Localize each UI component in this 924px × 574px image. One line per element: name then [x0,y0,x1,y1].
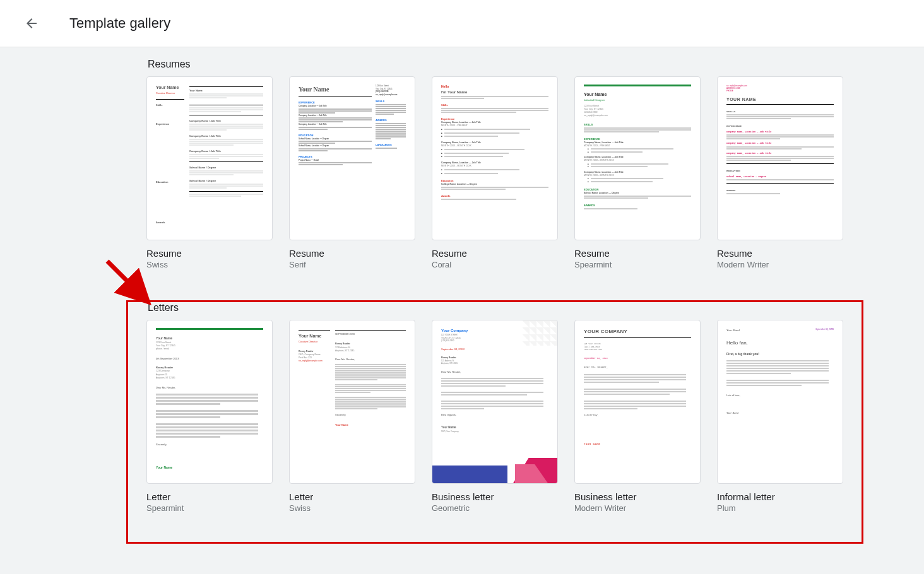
thumb-section: Skills [156,103,184,107]
template-letter-swiss[interactable]: Your Name Creative Director Ronny Reader… [289,320,415,513]
thumbnail: Your Band September 04, 20XX Hello fan, … [717,320,843,484]
t: Your Name [335,423,406,427]
thumb-section: Awards [156,221,184,225]
template-resume-modern-writer[interactable]: no_reply@example.com ADDRESS LINE PHONE … [717,76,843,269]
t: AWARDS [584,204,691,208]
template-subtitle: Serif [289,260,415,269]
t: School Name, Location — Degree [299,144,372,148]
arrow-left-icon [24,16,39,31]
thumbnail: Your Name Creative Director Skills Exper… [146,76,273,240]
template-subtitle: Geometric [432,503,558,513]
t: Company, Location — Job Title [299,114,372,117]
section-title-resumes: Resumes [146,47,798,76]
t: Company Name / Job Title [189,119,263,123]
t: Lots of love, [726,394,834,397]
t: Project Name — Detail [299,159,372,162]
t: Company, Location — Job Title [299,105,372,108]
t: Anytown, ST 12345 [156,377,263,380]
t: Company Name, Location — Job Title [726,131,834,134]
t: CEO, Your Company [441,430,548,433]
template-subtitle: Spearmint [574,260,701,269]
thumbnail: Hello I'm Your Name Skills Experience Co… [432,76,558,240]
thumb-name: Your Name [156,85,184,91]
template-title: Resume [717,248,843,259]
t: Sincerely, [335,413,406,417]
resumes-row: Your Name Creative Director Skills Exper… [146,76,798,269]
t: Industrial Designer [584,98,691,102]
t: Skills [441,103,548,107]
t: AWARDS [376,119,406,122]
template-letter-spearmint[interactable]: Your Name 123 Your Street Your City, ST … [146,320,273,513]
t: Company Name / Job Title [189,149,263,153]
t: Your Name [299,85,372,94]
thumb-section: Experience [156,122,184,126]
t: YOUR NAME [584,442,691,446]
template-subtitle: Spearmint [146,503,273,513]
t: SKILLS [376,100,406,103]
t: no_reply@example.com [376,93,406,97]
t: AWARDS [726,189,834,192]
template-subtitle: Modern Writer [574,503,701,513]
template-business-letter-geometric[interactable]: Your Company 123 YOUR STREET YOUR CITY, … [432,320,558,513]
t: School name, Location — Degree [726,175,834,179]
t: EXPERIENCE [726,124,834,128]
t: Your Band [726,328,740,333]
t: no_reply@example.com [584,114,691,117]
template-title: Resume [146,248,273,259]
t: Anytown, ST 12345 [441,362,548,365]
t: Company Name, Location — Job Title [726,152,834,155]
thumbnail: Your Name Creative Director Ronny Reader… [289,320,415,484]
t: SKILLS [726,110,834,114]
template-title: Letter [289,491,415,502]
t: Sincerely, [584,413,691,417]
t: Hello fan, [726,339,834,347]
thumb-role: Creative Director [156,91,184,95]
template-resume-coral[interactable]: Hello I'm Your Name Skills Experience Co… [432,76,558,269]
template-informal-letter-plum[interactable]: Your Band September 04, 20XX Hello fan, … [717,320,843,513]
t: School Name, Location — Degree [299,138,372,141]
thumbnail: Your Name EXPERIENCE Company, Location —… [289,76,415,240]
t: Your Name [189,89,263,93]
t: Your Name [156,336,263,341]
t: Hello [441,85,548,90]
t: College Name, Location — Degree [441,183,548,186]
thumbnail: Your Name Industrial Designer 123 Your S… [574,76,701,240]
t: EDUCATION [726,169,834,173]
template-resume-serif[interactable]: Your Name EXPERIENCE Company, Location —… [289,76,415,269]
section-title-letters: Letters [146,291,798,320]
template-title: Resume [574,248,701,259]
t: First, a big thank you! [726,352,834,357]
t: School Name / Degree [189,179,263,183]
thumbnail: Your Name 123 Your Street Your City, ST … [146,320,273,484]
template-title: Business letter [574,491,701,502]
thumbnail: no_reply@example.com ADDRESS LINE PHONE … [717,76,843,240]
t: YOUR COMPANY [584,328,691,338]
top-header: Template gallery [0,0,924,47]
template-business-letter-modern-writer[interactable]: YOUR COMPANY 123 Your Street (123) 456-7… [574,320,701,513]
t: Awards [441,194,548,198]
t: YOUR NAME [726,97,834,105]
t: September 04, 20XX [584,357,691,360]
thumb-section: Education [156,180,184,184]
template-resume-swiss[interactable]: Your Name Creative Director Skills Exper… [146,76,273,269]
t: Company Name / Job Title [189,134,263,138]
template-subtitle: Plum [717,503,843,513]
template-subtitle: Coral [432,260,558,269]
t: Company, Location — Job Title [299,123,372,126]
template-title: Letter [146,491,273,502]
t: no_reply@example.com [299,360,330,363]
back-button[interactable] [19,11,44,36]
template-title: Resume [289,248,415,259]
template-title: Informal letter [717,491,843,502]
template-resume-spearmint[interactable]: Your Name Industrial Designer 123 Your S… [574,76,701,269]
letters-row: Your Name 123 Your Street Your City, ST … [146,320,798,513]
t: Your Band [726,411,834,416]
t: School Name / Degree [189,166,263,170]
content: Resumes Your Name Creative Director Skil… [0,47,924,513]
t: LANGUAGES [376,143,406,147]
template-subtitle: Modern Writer [717,260,843,269]
t: Sincerely, [156,443,263,447]
t: Best regards, [441,413,548,417]
t: Your Name [584,91,691,98]
t: September 04, 20XX [815,328,834,333]
